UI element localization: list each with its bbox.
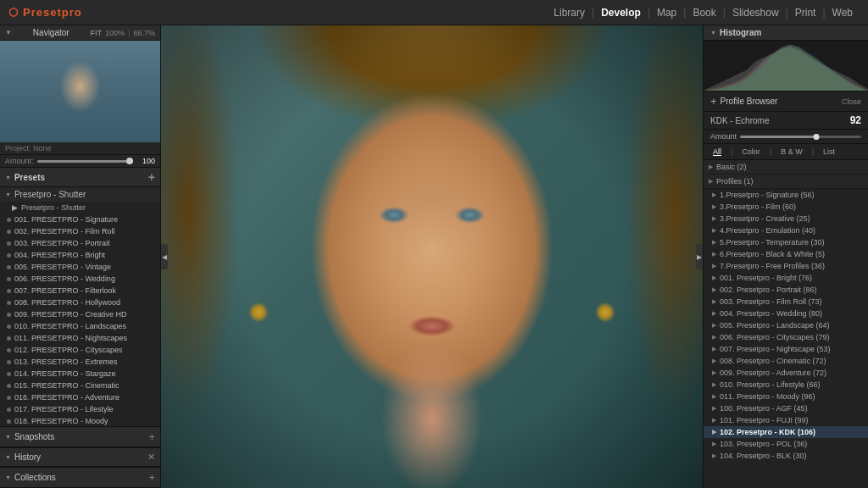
profile-group-profiles-header[interactable]: ▶ Profiles (1) [704, 175, 868, 188]
list-item[interactable]: ▶3.Presetpro - Creative (25) [704, 213, 868, 225]
list-item[interactable]: ▶002. Presetpro - Portrait (86) [704, 284, 868, 296]
list-item[interactable]: ▶009. Presetpro - Adventure (72) [704, 367, 868, 379]
snapshots-header[interactable]: ▼ Snapshots + [0, 426, 160, 447]
navigator-thumbnail [0, 41, 160, 142]
collections-add-button[interactable]: + [148, 471, 155, 484]
list-item[interactable]: ▶007. Presetpro - Nightscape (53) [704, 343, 868, 355]
list-item[interactable]: 002. PRESETPRO - Film Roll [0, 225, 160, 237]
list-item[interactable]: 001. PRESETPRO - Signature [0, 214, 160, 225]
profile-browser-close-button[interactable]: Close [842, 97, 861, 106]
list-item[interactable]: 012. PRESETPRO - Cityscapes [0, 344, 160, 356]
profiles-group-arrow: ▶ [709, 178, 713, 185]
presets-header: ▼ Presets + [0, 168, 160, 187]
filter-tab-all[interactable]: All [709, 146, 726, 158]
project-row: Project: None [0, 142, 160, 155]
list-item[interactable]: ▶100. Presetpro - AGF (45) [704, 402, 868, 414]
list-item[interactable]: 014. PRESETPRO - Stargaze [0, 368, 160, 380]
preset-dot [7, 289, 11, 293]
list-item[interactable]: ▶004. Presetpro - Wedding (80) [704, 308, 868, 319]
list-item[interactable]: ▶005. Presetpro - Landscape (64) [704, 319, 868, 331]
list-item[interactable]: ▶003. Presetpro - Film Roll (73) [704, 296, 868, 308]
list-item[interactable]: 004. PRESETPRO - Bright [0, 249, 160, 261]
filter-tab-color[interactable]: Color [737, 146, 765, 158]
list-item[interactable]: 016. PRESETPRO - Adventure [0, 391, 160, 403]
amount-slider[interactable] [740, 136, 861, 138]
amount-slider[interactable] [37, 160, 133, 163]
zoom2[interactable]: 66.7% [133, 29, 155, 37]
amount-slider-thumb [814, 134, 820, 140]
list-item[interactable]: 011. PRESETPRO - Nightscapes [0, 332, 160, 344]
collections-label: Collections [14, 473, 56, 482]
nav-library[interactable]: Library [547, 7, 592, 19]
list-item[interactable]: ▶5.Presetpro - Temperature (30) [704, 236, 868, 248]
preset-dot [7, 313, 11, 317]
navigator-header[interactable]: ▼ Navigator FIT 100% | 66.7% [0, 25, 160, 41]
list-item[interactable]: ▶104. Presetpro - BLK (30) [704, 450, 868, 462]
list-item-selected[interactable]: ▶102. Presetpro - KDK (106) [704, 426, 868, 438]
list-item[interactable]: 017. PRESETPRO - Lifestyle [0, 403, 160, 415]
list-item[interactable]: 008. PRESETPRO - Hollywood [0, 297, 160, 308]
list-item[interactable]: ▶006. Presetpro - Cityscapes (79) [704, 331, 868, 343]
filter-tab-bw[interactable]: B & W [776, 146, 807, 158]
preset-group-header[interactable]: ▼ Presetpro - Shutter [0, 187, 160, 202]
preset-dot [7, 360, 11, 364]
left-panel-toggle[interactable]: ◀ [161, 244, 168, 269]
amount-label: Amount [710, 132, 737, 141]
list-item[interactable]: 006. PRESETPRO - Wedding [0, 273, 160, 285]
collections-header[interactable]: ▼ Collections + [0, 467, 160, 488]
preset-dot [7, 372, 11, 376]
profile-group-basic-header[interactable]: ▶ Basic (2) [704, 160, 868, 174]
nav-map[interactable]: Map [650, 7, 683, 19]
histogram-chart [704, 41, 868, 92]
snapshots-add-button[interactable]: + [148, 430, 155, 443]
preset-dot [7, 396, 11, 400]
navigator-label: Navigator [33, 28, 70, 37]
list-item[interactable]: ▶3.Presetpro - Film (60) [704, 201, 868, 213]
history-header[interactable]: ▼ History ✕ [0, 447, 160, 467]
history-arrow: ▼ [5, 454, 11, 460]
histogram-svg [704, 41, 868, 91]
nav-book[interactable]: Book [686, 7, 722, 19]
list-item[interactable]: 009. PRESETPRO - Creative HD [0, 308, 160, 320]
basic-group-label: Basic (2) [716, 163, 747, 171]
presets-add-button[interactable]: + [148, 171, 155, 183]
nav-develop[interactable]: Develop [594, 7, 648, 19]
presets-panel[interactable]: ▼ Presetpro - Shutter ▶ Presetpro - Shut… [0, 187, 160, 426]
bottom-sections: ▼ Snapshots + ▼ History ✕ ▼ Collections … [0, 426, 160, 488]
list-item[interactable]: ▶101. Presetpro - FUJI (99) [704, 414, 868, 426]
list-item[interactable]: 010. PRESETPRO - Landscapes [0, 320, 160, 332]
list-item[interactable]: ▶103. Presetpro - POL (36) [704, 438, 868, 450]
list-item[interactable]: 015. PRESETPRO - Cinematic [0, 380, 160, 391]
preset-sub-item[interactable]: ▶ Presetpro - Shutter [0, 202, 160, 214]
preset-dot [7, 301, 11, 305]
list-item[interactable]: ▶7.Presetpro - Free Profiles (36) [704, 260, 868, 272]
filter-tab-list[interactable]: List [819, 146, 839, 158]
list-item[interactable]: 005. PRESETPRO - Vintage [0, 261, 160, 273]
list-item[interactable]: ▶010. Presetpro - Lifestyle (66) [704, 379, 868, 391]
right-panel-toggle[interactable]: ▶ [696, 244, 703, 269]
zoom1[interactable]: 100% [105, 29, 125, 37]
list-item[interactable]: 003. PRESETPRO - Portrait [0, 237, 160, 249]
list-item[interactable]: 018. PRESETPRO - Moody [0, 415, 160, 426]
logo-icon: ⬡ [8, 6, 18, 19]
list-item[interactable]: ▶6.Presetpro - Black & White (5) [704, 248, 868, 260]
project-label: Project: None [5, 144, 52, 152]
profile-list[interactable]: ▶ Basic (2) ▶ Profiles (1) ▶1.Presetpro … [704, 160, 868, 488]
presets-label: Presets [14, 173, 45, 182]
nav-print[interactable]: Print [788, 7, 823, 19]
fit-label[interactable]: FIT [91, 29, 103, 37]
list-item[interactable]: 013. PRESETPRO - Extremes [0, 356, 160, 368]
history-close-button[interactable]: ✕ [147, 452, 155, 463]
list-item[interactable]: ▶008. Presetpro - Cinematic (72) [704, 355, 868, 367]
plus-icon[interactable]: + [710, 95, 717, 108]
nav-web[interactable]: Web [826, 7, 860, 19]
list-item[interactable]: ▶1.Presetpro - Signature (56) [704, 189, 868, 201]
list-item[interactable]: ▶011. Presetpro - Moody (96) [704, 391, 868, 402]
profile-name-row: KDK - Echrome 92 [704, 112, 868, 130]
histogram-header[interactable]: ▼ Histogram [704, 25, 868, 41]
nav-slideshow[interactable]: Slideshow [726, 7, 786, 19]
list-item[interactable]: 007. PRESETPRO - Filterlook [0, 285, 160, 297]
list-item[interactable]: ▶4.Presetpro - Emulation (40) [704, 225, 868, 236]
list-item[interactable]: ▶001. Presetpro - Bright (76) [704, 272, 868, 284]
profile-name: KDK - Echrome [710, 116, 769, 125]
